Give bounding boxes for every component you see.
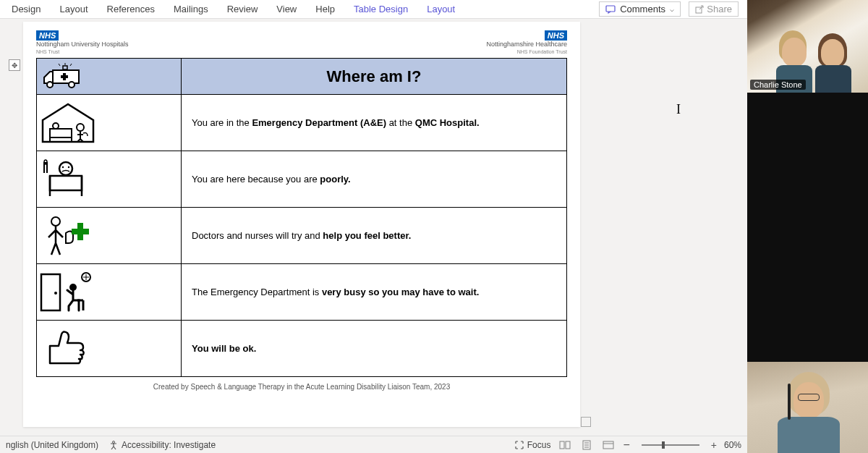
print-layout-icon[interactable] — [579, 439, 594, 451]
table-row: The Emergency Department is very busy so… — [37, 264, 567, 321]
nhs-badge-right: NHS — [545, 30, 567, 41]
tab-help[interactable]: Help — [307, 1, 344, 17]
svg-point-15 — [68, 166, 69, 167]
web-layout-icon[interactable] — [601, 439, 616, 451]
tab-mailings[interactable]: Mailings — [165, 1, 217, 17]
tab-review[interactable]: Review — [218, 1, 267, 17]
tab-references[interactable]: References — [98, 1, 163, 17]
comments-button[interactable]: Comments ⌵ — [599, 1, 681, 17]
document-page: NHS Nottingham University Hospitals NHS … — [23, 22, 580, 427]
person-face — [782, 38, 807, 67]
svg-rect-8 — [50, 129, 72, 137]
status-language[interactable]: nglish (United Kingdom) — [6, 440, 98, 450]
svg-point-14 — [62, 166, 64, 167]
accessibility-status[interactable]: Accessibility: Investigate — [109, 440, 216, 450]
thumbs-up-icon — [37, 329, 181, 369]
person-plus-icon — [37, 214, 181, 258]
header-left-logo: NHS Nottingham University Hospitals NHS … — [36, 30, 129, 55]
svg-point-12 — [77, 124, 84, 131]
table-title[interactable]: Where am I? — [182, 59, 567, 95]
tab-layout-2[interactable]: Layout — [418, 1, 464, 17]
table-row: You are in the Emergency Department (A&E… — [37, 95, 567, 151]
zoom-slider-thumb[interactable] — [662, 441, 665, 449]
participant-video — [747, 0, 868, 93]
row-text[interactable]: You are in the Emergency Department (A&E… — [182, 95, 567, 151]
share-button[interactable]: Share — [689, 1, 739, 17]
video-panel: Charlie Stone — [747, 0, 868, 453]
svg-rect-6 — [61, 75, 68, 78]
comment-icon — [605, 5, 616, 14]
svg-rect-38 — [603, 441, 613, 449]
svg-point-31 — [113, 441, 115, 443]
ribbon-tabs: Design Layout References Mailings Review… — [0, 0, 747, 19]
svg-point-13 — [59, 162, 72, 175]
table-move-handle[interactable]: ✥ — [9, 59, 20, 71]
comments-label: Comments — [620, 4, 665, 14]
tab-view[interactable]: View — [268, 1, 305, 17]
participant-name-tag: Charlie Stone — [750, 80, 806, 90]
zoom-in-button[interactable]: + — [711, 439, 717, 451]
header-icon-cell[interactable] — [37, 59, 182, 95]
row-text[interactable]: You will be ok. — [182, 321, 567, 377]
nhs-badge-left: NHS — [36, 30, 59, 41]
row-icon-cell[interactable] — [37, 95, 182, 151]
row-icon-cell[interactable] — [37, 321, 182, 377]
participant-tile-top[interactable]: Charlie Stone — [747, 0, 868, 93]
zoom-slider[interactable] — [642, 444, 699, 446]
headset-icon — [788, 384, 791, 420]
content-table[interactable]: Where am I? — [36, 58, 567, 377]
svg-rect-23 — [41, 274, 60, 310]
page-footer: Created by Speech & Language Therapy in … — [36, 377, 567, 391]
patient-bed-icon — [37, 158, 181, 200]
svg-point-20 — [51, 217, 60, 226]
table-resize-handle[interactable] — [581, 417, 591, 427]
share-label: Share — [707, 4, 732, 14]
table-header-row: Where am I? — [37, 59, 567, 95]
svg-rect-0 — [606, 6, 615, 12]
participant-video — [747, 362, 868, 453]
participant-tile-bottom[interactable] — [747, 362, 868, 453]
person-face — [821, 39, 844, 67]
svg-rect-32 — [560, 441, 564, 449]
focus-button[interactable]: Focus — [514, 440, 551, 450]
row-text[interactable]: The Emergency Department is very busy so… — [182, 264, 567, 321]
svg-rect-33 — [566, 441, 570, 449]
share-icon — [695, 5, 704, 14]
row-icon-cell[interactable] — [37, 151, 182, 208]
ambulance-icon — [37, 63, 181, 90]
glasses-icon — [798, 394, 820, 401]
status-bar: nglish (United Kingdom) Accessibility: I… — [0, 436, 747, 453]
person-body — [815, 65, 851, 93]
tab-table-design[interactable]: Table Design — [345, 1, 417, 17]
chevron-down-icon: ⌵ — [670, 5, 674, 13]
zoom-percent[interactable]: 60% — [724, 440, 741, 450]
zoom-out-button[interactable]: − — [623, 439, 629, 452]
panel-spacer — [747, 93, 868, 362]
row-text[interactable]: Doctors and nurses will try and help you… — [182, 208, 567, 264]
text-cursor-icon: I — [676, 102, 681, 117]
house-patient-icon — [37, 101, 181, 145]
header-right-logo: NHS Nottinghamshire Healthcare NHS Found… — [486, 30, 567, 55]
row-icon-cell[interactable] — [37, 208, 182, 264]
waiting-room-icon — [37, 270, 181, 315]
svg-rect-16 — [50, 176, 82, 190]
page-header-row: NHS Nottingham University Hospitals NHS … — [36, 30, 567, 55]
table-row: Doctors and nurses will try and help you… — [37, 208, 567, 264]
tab-layout[interactable]: Layout — [51, 1, 96, 17]
tab-design[interactable]: Design — [3, 1, 49, 17]
svg-point-4 — [69, 82, 75, 88]
row-icon-cell[interactable] — [37, 264, 182, 321]
svg-rect-7 — [63, 66, 67, 69]
row-text[interactable]: You are here because you are poorly. — [182, 151, 567, 208]
svg-rect-22 — [72, 229, 89, 234]
document-canvas[interactable]: ✥ I NHS Nottingham University Hospitals … — [0, 19, 747, 436]
table-row: You are here because you are poorly. — [37, 151, 567, 208]
svg-point-9 — [53, 123, 59, 129]
person-body — [778, 417, 840, 453]
table-row: You will be ok. — [37, 321, 567, 377]
svg-point-3 — [47, 82, 53, 88]
read-mode-icon[interactable] — [558, 439, 572, 451]
svg-point-24 — [54, 292, 57, 295]
